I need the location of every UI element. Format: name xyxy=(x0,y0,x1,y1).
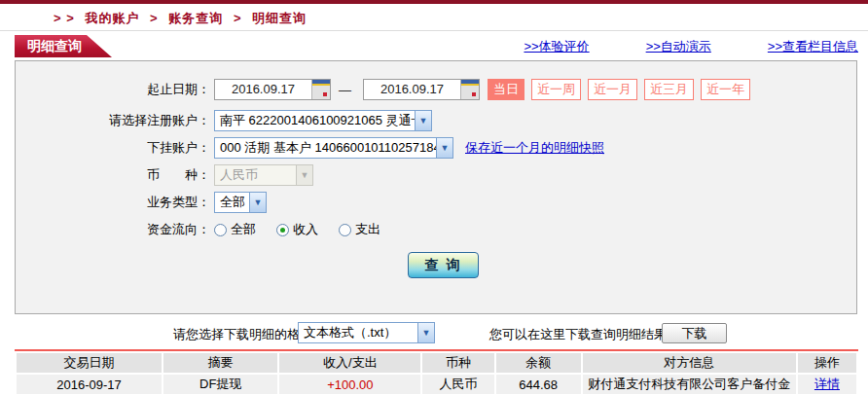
sub-account-value: 000 活期 基本户 1406600101102571848 xyxy=(215,138,436,158)
breadcrumb: > > 我的账户 > 账务查询 > 明细查询 xyxy=(54,10,312,27)
chevron-down-icon: ▼ xyxy=(296,165,312,185)
register-account-select[interactable]: 南平 6222001406100921065 灵通卡 ▼ xyxy=(214,110,432,131)
date-to-field[interactable]: 2016.09.17 xyxy=(363,79,480,100)
register-account-row: 请选择注册账户： 南平 6222001406100921065 灵通卡 ▼ xyxy=(16,109,856,132)
biz-type-label: 业务类型： xyxy=(16,194,210,211)
table-row: 2016-09-17 DF提现 +100.00 人民币 644.68 财付通支付… xyxy=(17,375,856,394)
calendar-icon[interactable] xyxy=(460,80,479,99)
cell-trade-date: 2016-09-17 xyxy=(17,375,162,394)
fund-flow-option-expense[interactable]: 支出 xyxy=(339,221,380,238)
fund-flow-option-income-label: 收入 xyxy=(293,221,318,238)
col-header-trade-date: 交易日期 xyxy=(17,353,162,373)
biz-type-select[interactable]: 全部 ▼ xyxy=(214,192,267,213)
sub-account-select[interactable]: 000 活期 基本户 1406600101102571848 ▼ xyxy=(214,137,453,159)
currency-label: 币 种： xyxy=(16,166,210,184)
date-separator: — xyxy=(339,83,351,97)
fund-flow-option-all-label: 全部 xyxy=(231,221,256,238)
col-header-summary: 摘要 xyxy=(163,353,277,373)
radio-button-icon[interactable] xyxy=(339,224,351,236)
breadcrumb-divider xyxy=(0,30,868,31)
date-from-field[interactable]: 2016.09.17 xyxy=(214,79,331,100)
chevron-down-icon[interactable]: ▼ xyxy=(417,323,434,342)
col-header-balance: 余额 xyxy=(496,353,581,373)
fund-flow-label: 资金流向： xyxy=(16,221,210,238)
chevron-down-icon[interactable]: ▼ xyxy=(436,138,452,158)
sub-account-label: 下挂账户： xyxy=(16,139,210,157)
fund-flow-option-all[interactable]: 全部 xyxy=(214,221,256,238)
fund-flow-options: 全部 收入 支出 xyxy=(214,221,380,238)
range-button-last-year[interactable]: 近一年 xyxy=(701,79,750,100)
radio-button-checked-icon[interactable] xyxy=(276,224,289,236)
download-hint-text: 您可以在这里下载查询明细结果 xyxy=(489,326,667,343)
biz-type-row: 业务类型： 全部 ▼ xyxy=(16,191,856,214)
download-format-value: 文本格式（.txt） xyxy=(299,323,417,342)
calendar-icon[interactable] xyxy=(311,80,330,99)
date-to-value[interactable]: 2016.09.17 xyxy=(364,80,460,99)
col-header-counterparty: 对方信息 xyxy=(583,353,796,373)
link-view-column-info[interactable]: >>查看栏目信息 xyxy=(768,38,858,55)
range-button-last-month[interactable]: 近一月 xyxy=(588,79,637,100)
register-account-value: 南平 6222001406100921065 灵通卡 xyxy=(215,111,415,130)
register-account-label: 请选择注册账户： xyxy=(16,112,210,129)
breadcrumb-item-my-account[interactable]: 我的账户 xyxy=(85,11,139,25)
sub-account-row: 下挂账户： 000 活期 基本户 1406600101102571848 ▼ 保… xyxy=(16,136,856,160)
cell-summary: DF提现 xyxy=(163,375,277,394)
radio-button-icon[interactable] xyxy=(214,224,227,236)
top-red-bar xyxy=(0,0,868,4)
fund-flow-row: 资金流向： 全部 收入 支出 xyxy=(16,218,856,241)
link-auto-demo[interactable]: >>自动演示 xyxy=(646,38,711,55)
download-format-label: 请您选择下载明细的格式 xyxy=(173,326,312,343)
biz-type-value: 全部 xyxy=(215,193,249,212)
col-header-action: 操作 xyxy=(798,353,856,373)
transaction-table: 交易日期 摘要 收入/支出 币种 余额 对方信息 操作 2016-09-17 D… xyxy=(15,351,858,395)
breadcrumb-prefix: > > xyxy=(54,11,75,25)
cell-currency: 人民币 xyxy=(422,375,493,394)
chevron-down-icon[interactable]: ▼ xyxy=(415,111,431,130)
breadcrumb-separator: > xyxy=(150,11,159,25)
date-from-value[interactable]: 2016.09.17 xyxy=(215,80,311,99)
date-range-label: 起止日期： xyxy=(16,81,210,98)
currency-select: 人民币 ▼ xyxy=(214,164,313,186)
currency-value: 人民币 xyxy=(215,165,296,185)
save-snapshot-link[interactable]: 保存近一个月的明细快照 xyxy=(465,139,604,157)
table-header-row: 交易日期 摘要 收入/支出 币种 余额 对方信息 操作 xyxy=(17,353,856,373)
detail-link[interactable]: 详情 xyxy=(814,377,840,391)
cell-counterparty: 财付通支付科技有限公司客户备付金 xyxy=(583,375,796,394)
breadcrumb-separator: > xyxy=(234,11,242,25)
cell-balance: 644.68 xyxy=(496,375,581,394)
breadcrumb-item-detail-query[interactable]: 明细查询 xyxy=(252,11,307,25)
currency-row: 币 种： 人民币 ▼ xyxy=(16,163,856,187)
query-button[interactable]: 查 询 xyxy=(408,252,479,278)
tab-detail-query[interactable]: 明细查询 xyxy=(15,35,112,57)
col-header-income-expense: 收入/支出 xyxy=(279,353,420,373)
header-links: >>体验评价 >>自动演示 >>查看栏目信息 xyxy=(524,38,858,55)
quick-range-buttons: 当日 近一周 近一月 近三月 近一年 xyxy=(488,79,750,100)
date-range-row: 起止日期： 2016.09.17 — 2016.09.17 当日 近一周 近一月… xyxy=(16,78,856,101)
download-format-select[interactable]: 文本格式（.txt） ▼ xyxy=(298,322,435,343)
fund-flow-option-expense-label: 支出 xyxy=(355,221,380,238)
link-experience-review[interactable]: >>体验评价 xyxy=(524,38,589,55)
col-header-currency: 币种 xyxy=(422,353,493,373)
range-button-today[interactable]: 当日 xyxy=(488,79,524,100)
fund-flow-option-income[interactable]: 收入 xyxy=(276,221,318,238)
cell-amount: +100.00 xyxy=(279,375,420,394)
download-button[interactable]: 下载 xyxy=(662,323,727,343)
range-button-last-3-months[interactable]: 近三月 xyxy=(644,79,694,100)
chevron-down-icon[interactable]: ▼ xyxy=(249,193,266,212)
range-button-last-week[interactable]: 近一周 xyxy=(531,79,581,100)
breadcrumb-item-account-query[interactable]: 账务查询 xyxy=(168,11,223,25)
query-form-panel: 起止日期： 2016.09.17 — 2016.09.17 当日 近一周 近一月… xyxy=(15,60,857,314)
